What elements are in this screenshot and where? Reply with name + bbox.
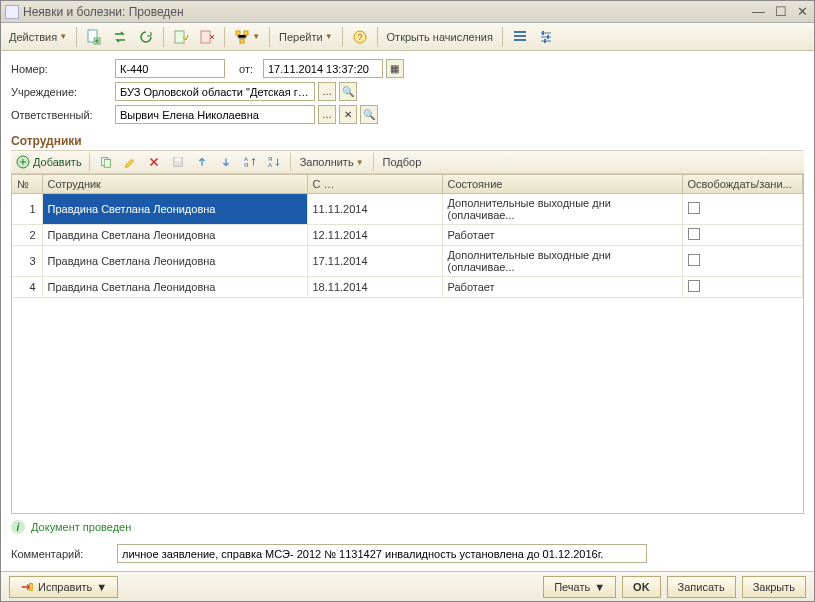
resp-more-button[interactable]: … [318, 105, 336, 124]
checkbox-icon[interactable] [688, 202, 700, 214]
main-toolbar: Действия▼ ▼ Перейти▼ ? Открыть начислени… [1, 23, 814, 51]
new-doc-button[interactable] [82, 26, 106, 48]
table-row[interactable]: 3Правдина Светлана Леонидовна17.11.2014Д… [12, 246, 803, 277]
maximize-button[interactable]: ☐ [773, 4, 789, 19]
table-row[interactable]: 1Правдина Светлана Леонидовна11.11.2014Д… [12, 194, 803, 225]
cell-employee: Правдина Светлана Леонидовна [42, 246, 307, 277]
window-title: Неявки и болезни: Проведен [23, 5, 750, 19]
ok-button[interactable]: OK [622, 576, 661, 598]
comment-input[interactable] [117, 544, 647, 563]
checkbox-icon[interactable] [688, 254, 700, 266]
col-n[interactable]: № [12, 175, 42, 194]
svg-text:А: А [268, 161, 273, 168]
org-lookup-button[interactable]: 🔍 [339, 82, 357, 101]
pencil-icon [123, 154, 137, 170]
write-button[interactable]: Записать [667, 576, 736, 598]
cell-release[interactable] [682, 194, 803, 225]
cell-state: Работает [442, 225, 682, 246]
number-label: Номер: [11, 63, 111, 75]
help-button[interactable]: ? [348, 26, 372, 48]
svg-rect-21 [30, 583, 33, 590]
fix-button[interactable]: Исправить▼ [9, 576, 118, 598]
sort-asc-icon: АЯ [243, 154, 257, 170]
org-more-button[interactable]: … [318, 82, 336, 101]
resp-clear-button[interactable]: ✕ [339, 105, 357, 124]
svg-rect-9 [542, 31, 544, 35]
number-input[interactable] [115, 59, 225, 78]
copy-row-button[interactable] [95, 154, 117, 170]
cell-state: Работает [442, 277, 682, 298]
cell-employee: Правдина Светлана Леонидовна [42, 225, 307, 246]
sort-asc-button[interactable]: АЯ [239, 154, 261, 170]
open-charges-button[interactable]: Открыть начисления [383, 26, 497, 48]
add-row-button[interactable]: Добавить [13, 154, 84, 170]
org-label: Учреждение: [11, 86, 111, 98]
refresh-button[interactable] [134, 26, 158, 48]
goto-menu[interactable]: Перейти▼ [275, 26, 337, 48]
disk-icon [171, 154, 185, 170]
fill-menu[interactable]: Заполнить▼ [296, 151, 368, 173]
post-icon [173, 29, 189, 45]
form-area: Номер: от: ▦ Учреждение: … 🔍 Ответственн… [1, 51, 814, 132]
unpost-doc-button[interactable] [195, 26, 219, 48]
from-label: от: [239, 63, 253, 75]
col-release[interactable]: Освобождать/зани... [682, 175, 803, 194]
actions-menu[interactable]: Действия▼ [5, 26, 71, 48]
arrow-up-icon [195, 154, 209, 170]
edit-row-button[interactable] [119, 154, 141, 170]
window: Неявки и болезни: Проведен — ☐ ✕ Действи… [0, 0, 815, 602]
print-button[interactable]: Печать▼ [543, 576, 616, 598]
structure-button[interactable]: ▼ [230, 26, 264, 48]
col-from[interactable]: С … [307, 175, 442, 194]
resp-lookup-button[interactable]: 🔍 [360, 105, 378, 124]
status-line: i Документ проведен [1, 514, 814, 540]
checkbox-icon[interactable] [688, 280, 700, 292]
minimize-button[interactable]: — [750, 4, 767, 19]
cell-release[interactable] [682, 225, 803, 246]
svg-rect-3 [201, 31, 210, 43]
post-doc-button[interactable] [169, 26, 193, 48]
fix-icon [20, 580, 34, 594]
svg-rect-14 [104, 159, 110, 167]
save-row-button[interactable] [167, 154, 189, 170]
cell-state: Дополнительные выходные дни (оплачивае..… [442, 246, 682, 277]
swap-icon-button[interactable] [108, 26, 132, 48]
swap-icon [112, 29, 128, 45]
close-button[interactable]: Закрыть [742, 576, 806, 598]
checkbox-icon[interactable] [688, 228, 700, 240]
move-up-button[interactable] [191, 154, 213, 170]
cell-employee: Правдина Светлана Леонидовна [42, 194, 307, 225]
document-icon [5, 5, 19, 19]
list-view-button[interactable] [508, 26, 532, 48]
sliders-icon [538, 29, 554, 45]
cell-state: Дополнительные выходные дни (оплачивае..… [442, 194, 682, 225]
move-down-button[interactable] [215, 154, 237, 170]
table-row[interactable]: 2Правдина Светлана Леонидовна12.11.2014Р… [12, 225, 803, 246]
delete-icon [147, 154, 161, 170]
cell-n: 1 [12, 194, 42, 225]
col-employee[interactable]: Сотрудник [42, 175, 307, 194]
delete-row-button[interactable] [143, 154, 165, 170]
settings-button[interactable] [534, 26, 558, 48]
resp-input[interactable] [115, 105, 315, 124]
cell-from: 17.11.2014 [307, 246, 442, 277]
date-input[interactable] [263, 59, 383, 78]
cell-release[interactable] [682, 246, 803, 277]
svg-rect-6 [240, 39, 244, 43]
org-input[interactable] [115, 82, 315, 101]
svg-text:?: ? [357, 32, 362, 42]
svg-rect-2 [175, 31, 184, 43]
cell-employee: Правдина Светлана Леонидовна [42, 277, 307, 298]
date-picker-button[interactable]: ▦ [386, 59, 404, 78]
svg-rect-4 [236, 31, 240, 35]
col-state[interactable]: Состояние [442, 175, 682, 194]
sort-desc-icon: ЯА [267, 154, 281, 170]
cell-release[interactable] [682, 277, 803, 298]
employees-section-header: Сотрудники [1, 132, 814, 150]
cell-from: 11.11.2014 [307, 194, 442, 225]
unpost-icon [199, 29, 215, 45]
close-window-button[interactable]: ✕ [795, 4, 810, 19]
sort-desc-button[interactable]: ЯА [263, 154, 285, 170]
pick-button[interactable]: Подбор [379, 151, 426, 173]
table-row[interactable]: 4Правдина Светлана Леонидовна18.11.2014Р… [12, 277, 803, 298]
